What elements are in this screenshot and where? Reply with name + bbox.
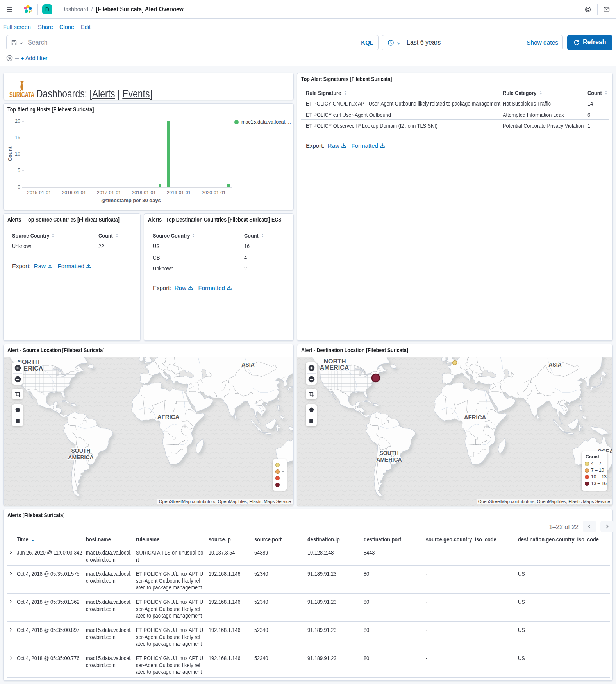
svg-text:ASIA: ASIA (241, 362, 254, 368)
svg-text:AMERICA: AMERICA (376, 457, 402, 463)
svg-text:SOUTH: SOUTH (380, 450, 399, 456)
svg-text:ASIA: ASIA (548, 362, 561, 368)
svg-text:AFRICA: AFRICA (464, 414, 486, 421)
svg-text:AFRICA: AFRICA (157, 414, 180, 420)
svg-text:SURICATA: SURICATA (9, 90, 34, 98)
svg-text:AMERICA: AMERICA (320, 364, 349, 371)
svg-text:SOUTH: SOUTH (71, 448, 91, 454)
svg-text:NORTH: NORTH (324, 358, 346, 365)
svg-text:AMERICA: AMERICA (68, 454, 93, 460)
